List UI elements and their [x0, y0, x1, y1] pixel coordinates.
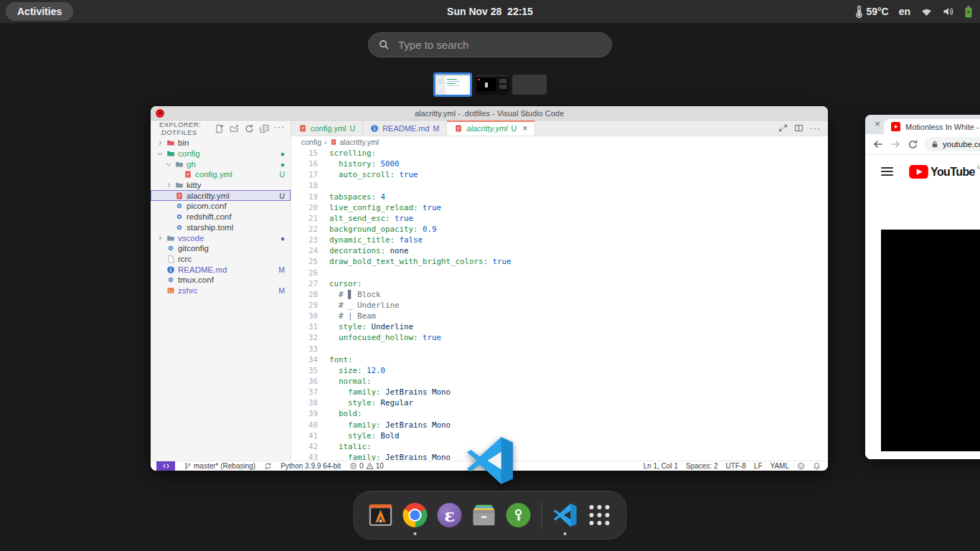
- editor-tab-alacritty.yml[interactable]: alacritty.ymlU×: [447, 121, 535, 136]
- dock-keepass-icon[interactable]: [504, 494, 534, 537]
- browser-tab-youtube[interactable]: Motionless In White - A: [884, 119, 980, 134]
- code-line[interactable]: 39 bold:: [291, 408, 828, 419]
- search-input[interactable]: [397, 38, 601, 52]
- youtube-logo[interactable]: YouTube UA: [909, 165, 980, 179]
- editor[interactable]: 15scrolling:16 history: 500017 auto_scro…: [291, 148, 828, 461]
- code-line[interactable]: 43 family: JetBrains Mono: [291, 452, 828, 461]
- workspace-thumbnail-1[interactable]: [433, 72, 472, 97]
- tree-item-tmux.conf[interactable]: tmux.conf: [151, 275, 291, 286]
- code-line[interactable]: 32 unfocused_hollow: true: [291, 332, 828, 343]
- tree-item-starship.toml[interactable]: starship.toml: [151, 222, 291, 233]
- language-mode[interactable]: YAML: [771, 462, 790, 470]
- dock-vscode-icon[interactable]: [550, 494, 580, 537]
- system-tray[interactable]: 59°C en: [855, 0, 973, 23]
- notifications[interactable]: [813, 462, 821, 470]
- code-line[interactable]: 24decorations: none: [291, 245, 828, 256]
- vscode-window[interactable]: alacritty.yml - .dotfiles - Visual Studi…: [151, 106, 828, 471]
- dock-appgrid-icon[interactable]: [585, 494, 615, 537]
- code-line[interactable]: 22background_opacity: 0.9: [291, 224, 828, 235]
- code-line[interactable]: 25draw_bold_text_with_bright_colors: tru…: [291, 256, 828, 267]
- new-file-icon[interactable]: [214, 123, 224, 133]
- line-number: 24: [291, 245, 318, 256]
- editor-tab-README.md[interactable]: README.mdM: [363, 121, 447, 136]
- code-line[interactable]: 29 # _ Underline: [291, 300, 828, 311]
- code-line[interactable]: 20live_config_reload: true: [291, 202, 828, 213]
- code-line[interactable]: 36 normal:: [291, 376, 828, 387]
- git-branch-status[interactable]: master* (Rebasing): [184, 462, 255, 470]
- python-version[interactable]: Python 3.9.9 64-bit: [281, 462, 341, 470]
- window-close-button[interactable]: ×: [156, 109, 164, 118]
- video-player[interactable]: [881, 230, 980, 451]
- editor-tab-config.yml[interactable]: config.ymlU: [291, 121, 363, 136]
- refresh-icon[interactable]: [244, 123, 254, 133]
- code-line[interactable]: 42 italic:: [291, 441, 828, 452]
- cursor-position[interactable]: Ln 1, Col 1: [644, 462, 678, 470]
- code-line[interactable]: 33: [291, 344, 828, 354]
- menu-icon[interactable]: [881, 167, 893, 176]
- code-line[interactable]: 31 style: Underline: [291, 321, 828, 332]
- split-editor-icon[interactable]: [794, 123, 804, 133]
- code-line[interactable]: 30 # | Beam: [291, 311, 828, 321]
- breadcrumb-file[interactable]: alacritty.yml: [340, 138, 380, 146]
- tree-item-kitty[interactable]: kitty: [151, 180, 291, 191]
- tree-item-rcrc[interactable]: rcrc: [151, 254, 291, 265]
- collapse-all-icon[interactable]: [259, 123, 269, 133]
- indentation[interactable]: Spaces: 2: [686, 462, 717, 470]
- reload-icon[interactable]: [907, 138, 918, 150]
- tab-close-icon[interactable]: ×: [872, 119, 882, 129]
- code-line[interactable]: 16 history: 5000: [291, 159, 828, 169]
- breadcrumb[interactable]: config › alacritty.yml: [291, 136, 828, 148]
- tree-item-alacritty.yml[interactable]: alacritty.ymlU: [151, 190, 291, 201]
- vscode-app-icon[interactable]: [466, 436, 514, 485]
- tree-item-picom.conf[interactable]: picom.conf: [151, 201, 291, 212]
- tree-item-README.md[interactable]: README.mdM: [151, 264, 291, 275]
- tree-item-zshrc[interactable]: zshrcM: [151, 286, 291, 296]
- code-line[interactable]: 15scrolling:: [291, 148, 828, 159]
- code-line[interactable]: 21alt_send_esc: true: [291, 213, 828, 224]
- new-folder-icon[interactable]: [229, 123, 239, 133]
- tree-item-redshift.conf[interactable]: redshift.conf: [151, 212, 291, 222]
- code-line[interactable]: 18: [291, 180, 828, 191]
- code-line[interactable]: 26: [291, 268, 828, 278]
- code-line[interactable]: 34font:: [291, 354, 828, 365]
- encoding[interactable]: UTF-8: [725, 462, 745, 470]
- overview-search[interactable]: [368, 32, 612, 57]
- more-actions-icon[interactable]: ···: [274, 123, 285, 133]
- tab-close-icon[interactable]: ×: [522, 123, 527, 133]
- sync-status[interactable]: [264, 462, 272, 470]
- clock[interactable]: Sun Nov 28 22:15: [0, 0, 980, 23]
- browser-window[interactable]: × Motionless In White - A: [865, 115, 980, 459]
- code-line[interactable]: 41 style: Bold: [291, 430, 828, 441]
- workspace-thumbnail-3[interactable]: [512, 75, 547, 95]
- code-line[interactable]: 27cursor:: [291, 278, 828, 289]
- workspace-thumbnail-2[interactable]: [475, 75, 509, 95]
- code-line[interactable]: 40 family: JetBrains Mono: [291, 420, 828, 430]
- dock-emacs-icon[interactable]: ε: [435, 494, 465, 537]
- open-changes-icon[interactable]: [778, 123, 788, 133]
- dock-chrome-icon[interactable]: [400, 494, 430, 537]
- tree-item-config.yml[interactable]: config.ymlU: [151, 169, 291, 180]
- code-line[interactable]: 37 family: JetBrains Mono: [291, 387, 828, 397]
- more-actions-icon[interactable]: ···: [810, 125, 821, 132]
- tree-item-vscode[interactable]: vscode●: [151, 232, 291, 243]
- address-bar[interactable]: youtube.com/wa: [924, 137, 980, 151]
- problems[interactable]: 010: [349, 462, 384, 470]
- tree-item-bin[interactable]: bin: [151, 138, 291, 149]
- forward-icon[interactable]: [890, 138, 901, 150]
- code-line[interactable]: 17 auto_scroll: true: [291, 169, 828, 180]
- code-line[interactable]: 38 style: Regular: [291, 397, 828, 408]
- code-line[interactable]: 23dynamic_title: false: [291, 235, 828, 245]
- eol[interactable]: LF: [754, 462, 763, 470]
- dock-alacritty-icon[interactable]: [366, 494, 396, 537]
- back-icon[interactable]: [872, 138, 884, 150]
- tree-item-gh[interactable]: gh●: [151, 159, 291, 169]
- remote-indicator[interactable]: [156, 461, 175, 471]
- breadcrumb-folder[interactable]: config: [301, 138, 321, 146]
- code-line[interactable]: 19tabspaces: 4: [291, 192, 828, 202]
- feedback[interactable]: [797, 462, 805, 470]
- dock-files-icon[interactable]: [469, 494, 499, 537]
- tree-item-gitconfig[interactable]: gitconfig: [151, 243, 291, 254]
- tree-item-config[interactable]: config●: [151, 149, 291, 159]
- code-line[interactable]: 28 # ▋ Block: [291, 289, 828, 300]
- code-line[interactable]: 35 size: 12.0: [291, 365, 828, 376]
